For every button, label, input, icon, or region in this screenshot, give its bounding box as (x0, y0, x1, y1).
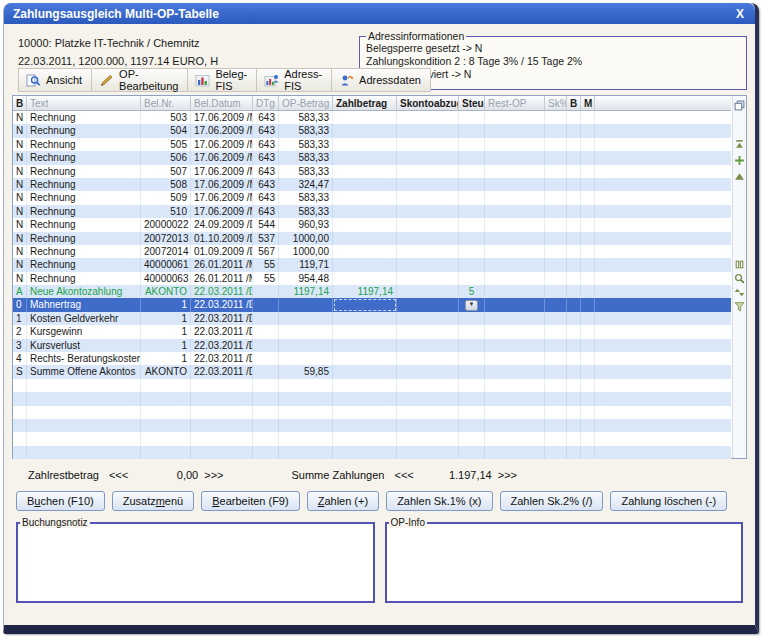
table-row[interactable]: NRechnung50317.06.2009 /Mi643583,33 (13, 111, 731, 124)
table-row[interactable]: NRechnung4000006126.01.2011 /Mi55119,71 (13, 258, 731, 271)
cell-beldatum (191, 392, 253, 405)
cell-steue (459, 379, 485, 392)
cell-sk (545, 339, 567, 352)
cell-beldatum: 22.03.2011 /Di (191, 352, 253, 365)
cell-dtg: 643 (253, 191, 279, 204)
cell-op: 954,48 (279, 272, 333, 285)
copy-icon[interactable] (734, 97, 746, 109)
column-header-b[interactable]: B (13, 96, 27, 110)
column-header-skonto[interactable]: Skontoabzug (397, 96, 459, 110)
scroll-top-icon[interactable] (734, 136, 746, 148)
cell-steue (459, 151, 485, 164)
sort-icon[interactable] (734, 284, 746, 296)
tab-beleg-fis[interactable]: Beleg-FIS (187, 68, 256, 92)
zahlen-sk2-button[interactable]: Zahlen Sk.2% (/) (500, 491, 604, 511)
cell-steue (459, 111, 485, 124)
zahlen-sk1-button[interactable]: Zahlen Sk.1% (x) (386, 491, 492, 511)
buchungsnotiz-group: Buchungsnotiz (16, 517, 375, 603)
cell-belnr: 507 (141, 165, 191, 178)
tab-ansicht[interactable]: Ansicht (18, 68, 91, 92)
table-row[interactable]: 3Kursverlust122.03.2011 /Di (13, 339, 731, 352)
cell-skonto (397, 272, 459, 285)
cell-op (279, 432, 333, 445)
table-row[interactable]: NRechnung50717.06.2009 /Mi643583,33 (13, 165, 731, 178)
column-header-zahl[interactable]: Zahlbetrag (333, 96, 397, 110)
cell-zahl (333, 178, 397, 191)
cell-b: N (13, 191, 27, 204)
cell-dtg (253, 432, 279, 445)
search-icon[interactable] (734, 270, 746, 282)
cell-zahl (333, 272, 397, 285)
bearbeiten-button[interactable]: Bearbeiten (F9) (201, 491, 299, 511)
op-info-area[interactable] (389, 530, 740, 599)
cell-op: 1197,14 (279, 285, 333, 298)
cell-text: Rechnung (27, 205, 141, 218)
column-header-rest[interactable]: Rest-OP (485, 96, 545, 110)
cell-b2 (567, 124, 581, 137)
table-row[interactable]: NRechnung2007201401.09.2009 /Di5671000,0… (13, 245, 731, 258)
table-row[interactable]: 1Kosten Geldverkehr122.03.2011 /Di (13, 312, 731, 325)
table-row[interactable]: NRechnung50617.06.2009 /Mi643583,33 (13, 151, 731, 164)
column-header-m[interactable]: M (581, 96, 595, 110)
cell-zahl (333, 419, 397, 432)
table-row[interactable]: NRechnung4000006326.01.2011 /Mi55954,48 (13, 272, 731, 285)
column-header-text[interactable]: Text (27, 96, 141, 110)
cell-text (27, 446, 141, 459)
table-row[interactable]: ANeue AkontozahlungAKONTO22.03.2011 /Di1… (13, 285, 731, 298)
tab-adress-fis[interactable]: Adress-FIS (256, 68, 331, 92)
column-header-steue[interactable]: Steue (459, 96, 485, 110)
up-icon[interactable] (734, 168, 746, 180)
zusatzmenu-button[interactable]: Zusatzmenü (112, 491, 195, 511)
column-header-b2[interactable]: B (567, 96, 581, 110)
table-row[interactable]: 0Mahnertrag122.03.2011 /Di▼ (13, 298, 731, 311)
table-row[interactable]: NRechnung50817.06.2009 /Mi643324,47 (13, 178, 731, 191)
titlebar[interactable]: Zahlungsausgleich Multi-OP-Tabelle X (4, 3, 755, 24)
table-row[interactable]: NRechnung2007201301.10.2009 /Do5371000,0… (13, 232, 731, 245)
cell-skonto (397, 218, 459, 231)
table-row[interactable]: SSumme Offene AkontosAKONTO22.03.2011 /D… (13, 365, 731, 378)
cell-b2 (567, 151, 581, 164)
tab-adressdaten[interactable]: Adressdaten (331, 68, 431, 92)
summary-bar: Zahlrestbetrag <<< 0,00 >>> Summe Zahlun… (12, 466, 747, 484)
column-header-sk[interactable]: Sk% (545, 96, 567, 110)
table-row[interactable]: 2Kursgewinn122.03.2011 /Di (13, 325, 731, 338)
table-row[interactable]: NRechnung50917.06.2009 /Mi643583,33 (13, 191, 731, 204)
cell-steue (459, 325, 485, 338)
close-button[interactable]: X (734, 7, 746, 21)
table-row[interactable]: 4Rechts- Beratungskosten122.03.2011 /Di (13, 352, 731, 365)
column-header-dtg[interactable]: DTg (253, 96, 279, 110)
table-row[interactable]: NRechnung51017.06.2009 /Mi643583,33 (13, 205, 731, 218)
filter-icon[interactable] (734, 298, 746, 310)
table-row[interactable]: NRechnung2000002224.09.2009 /Do544960,93 (13, 218, 731, 231)
zahlen-button[interactable]: Zahlen (+) (307, 491, 379, 511)
cell-rest (485, 205, 545, 218)
cell-filler (595, 178, 731, 191)
cell-belnr: 503 (141, 111, 191, 124)
cell-filler (595, 111, 731, 124)
cell-steue (459, 419, 485, 432)
buchungsnotiz-input[interactable] (20, 530, 371, 599)
cell-sk (545, 245, 567, 258)
column-header-beldatum[interactable]: Bel.Datum (191, 96, 253, 110)
cell-steue (459, 138, 485, 151)
cell-steue: 5 (459, 285, 485, 298)
tab-op-bearbeitung[interactable]: OP-Bearbeitung (91, 68, 187, 92)
cell-skonto (397, 178, 459, 191)
cell-zahl (333, 298, 397, 311)
cell-steue (459, 124, 485, 137)
buchen-button[interactable]: Buchen (F10) (16, 491, 105, 511)
columns-icon[interactable] (734, 256, 746, 268)
cell-sk (545, 258, 567, 271)
table-row[interactable]: NRechnung50417.06.2009 /Mi643583,33 (13, 124, 731, 137)
zahlung-loeschen-button[interactable]: Zahlung löschen (-) (610, 491, 727, 511)
table-row-empty (13, 432, 731, 445)
cell-m (581, 232, 595, 245)
column-header-op[interactable]: OP-Betrag (279, 96, 333, 110)
cell-sk (545, 406, 567, 419)
cell-b2 (567, 419, 581, 432)
table-row[interactable]: NRechnung50517.06.2009 /Mi643583,33 (13, 138, 731, 151)
steue-dropdown-button[interactable]: ▼ (465, 300, 478, 311)
cell-filler (595, 165, 731, 178)
column-header-belnr[interactable]: Bel.Nr. (141, 96, 191, 110)
plus-icon[interactable] (734, 152, 746, 164)
